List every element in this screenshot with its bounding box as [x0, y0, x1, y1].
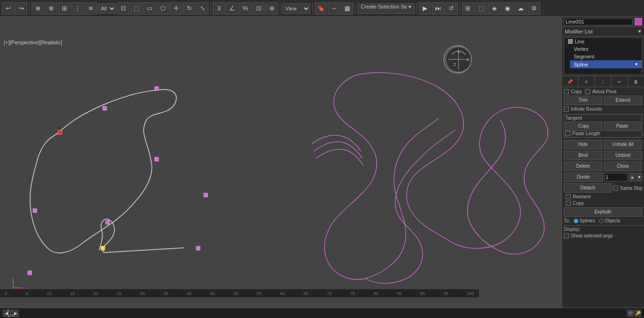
divide-input[interactable]	[604, 173, 628, 181]
redo-button[interactable]: ↪	[15, 2, 27, 15]
extend-button[interactable]: Extend	[604, 96, 643, 105]
splines-radio[interactable]: Splines	[574, 218, 595, 223]
create-selection-btn[interactable]: Create Selection Se ▾	[358, 3, 415, 14]
tangent-paste-button[interactable]: Paste	[604, 122, 641, 131]
fence-select[interactable]: ⬠	[157, 2, 169, 15]
copy-checkbox[interactable]	[564, 89, 569, 94]
key-icon[interactable]: 🔑	[635, 310, 641, 317]
rect-select[interactable]: ▭	[143, 2, 156, 15]
explode-row: Explode	[564, 207, 642, 217]
play-btn[interactable]: ▶	[419, 2, 431, 15]
ruler-70: 70	[327, 291, 332, 296]
bookmark-btn[interactable]: 🔖	[315, 2, 327, 15]
display-label: Display:	[564, 225, 642, 232]
svg-rect-11	[196, 246, 200, 250]
render-btn[interactable]: ◈	[488, 2, 501, 15]
mirror-tool[interactable]: ⊞	[58, 2, 70, 15]
filter-select[interactable]: All	[98, 3, 116, 14]
divide-button[interactable]: Divide	[564, 172, 603, 182]
mat-btn[interactable]: ◉	[502, 2, 514, 15]
delete-button[interactable]: Delete	[564, 162, 602, 171]
copy-label: Copy	[571, 89, 582, 94]
rotate-tool[interactable]: ↻	[183, 2, 195, 15]
reorient-checkbox[interactable]	[566, 194, 571, 199]
modifier-line[interactable]: Line	[564, 38, 642, 45]
object-color-swatch[interactable]	[635, 18, 642, 25]
paste-length-checkbox[interactable]	[565, 131, 570, 136]
detach-button[interactable]: Detach	[564, 183, 611, 193]
tools-btn[interactable]: ⚙	[528, 2, 540, 15]
cursor-btn[interactable]: ⊕	[266, 2, 278, 15]
grid-btn[interactable]: ⊞	[462, 2, 474, 15]
transform-tool[interactable]: ⊗	[45, 2, 57, 15]
layer-btn[interactable]: ▦	[341, 2, 353, 15]
view2-btn[interactable]: ⬚	[475, 2, 487, 15]
svg-rect-9	[106, 220, 109, 224]
copy2-checkbox[interactable]	[566, 201, 571, 206]
bind-button[interactable]: Bind	[564, 151, 602, 160]
modifier-line-label: Line	[575, 39, 585, 44]
objects-radio[interactable]: Objects	[599, 218, 620, 223]
object-name-row	[562, 17, 644, 27]
modifier-list-arrow[interactable]: ▾	[638, 28, 641, 34]
array-tool[interactable]: ⋮	[71, 2, 84, 15]
modifier-line-checkbox[interactable]	[568, 39, 573, 44]
icon-trash[interactable]: 🗑	[628, 76, 644, 87]
select-tool[interactable]: ⊕	[32, 2, 44, 15]
env-btn[interactable]: ☁	[515, 2, 527, 15]
viewport-label: [+][Perspective][Realistic]	[4, 40, 62, 45]
unbind-button[interactable]: Unbind	[604, 151, 643, 160]
unhide-all-button[interactable]: Unhide All	[604, 140, 643, 149]
divide-down-arrow[interactable]: ▼	[636, 173, 642, 181]
icon-down[interactable]: ↓	[595, 76, 611, 87]
explode-button[interactable]: Explode	[564, 207, 642, 217]
modifier-list-label: Modifier List ▾	[562, 27, 644, 36]
end-btn[interactable]: ⏭	[432, 2, 444, 15]
hide-button[interactable]: Hide	[564, 140, 602, 149]
trim-button[interactable]: Trim	[564, 96, 602, 105]
same-shape-checkbox[interactable]	[613, 186, 618, 191]
svg-rect-7	[204, 193, 208, 197]
show-selected-checkbox[interactable]	[564, 233, 569, 238]
percent-btn[interactable]: %	[239, 2, 251, 15]
move-tool[interactable]: ✛	[170, 2, 182, 15]
ruler-35: 35	[163, 291, 168, 296]
ruler-90: 90	[420, 291, 425, 296]
objects-label: Objects	[604, 218, 620, 223]
snap-btn[interactable]: ⊡	[252, 2, 265, 15]
separator-6	[417, 3, 417, 14]
viewport[interactable]: [+][Perspective][Realistic]	[0, 17, 561, 308]
svg-rect-10	[101, 246, 105, 250]
angle-btn[interactable]: ∠	[226, 2, 238, 15]
cursor2-btn[interactable]: ↔	[328, 2, 340, 15]
tangent-copy-button[interactable]: Copy	[565, 122, 602, 131]
to-row: To: Splines Objects	[564, 218, 642, 223]
view-select[interactable]: View	[282, 3, 310, 14]
modifier-vertex[interactable]: Vertex	[570, 45, 642, 53]
infinite-bounds-checkbox[interactable]	[564, 106, 569, 112]
same-shape-label: Same Shp	[620, 186, 642, 191]
loop-btn[interactable]: ↺	[445, 2, 458, 15]
about-pivot-checkbox[interactable]	[585, 89, 590, 94]
undo-button[interactable]: ↩	[2, 2, 14, 15]
time-icon[interactable]: ⏱	[627, 310, 634, 317]
close-button[interactable]: Close	[604, 162, 643, 171]
modifier-spline[interactable]: Spline ▾	[570, 60, 642, 68]
shape-tool[interactable]: ≋	[84, 2, 97, 15]
modifier-segment[interactable]: Segment	[570, 53, 642, 60]
divide-up-arrow[interactable]: ▲	[629, 173, 635, 181]
select-btn2[interactable]: ⊡	[117, 2, 129, 15]
viewport-gizmo[interactable]: Y X Z	[443, 45, 477, 78]
object-name-input[interactable]	[564, 18, 633, 25]
num-btn[interactable]: 3	[213, 2, 225, 15]
ruler-0: 0	[5, 291, 7, 296]
trim-extend-row: Trim Extend	[564, 96, 642, 105]
separator-3	[280, 3, 280, 14]
icon-pin[interactable]: 📌	[562, 76, 578, 87]
right-panel: Modifier List ▾ Line Vertex Segment Spli…	[561, 17, 644, 308]
select-btn3[interactable]: ⬚	[130, 2, 142, 15]
icon-undo[interactable]: ↩	[611, 76, 628, 87]
scale-tool[interactable]: ⤡	[196, 2, 209, 15]
icon-list[interactable]: ≡	[578, 76, 595, 87]
separator-7	[460, 3, 460, 14]
